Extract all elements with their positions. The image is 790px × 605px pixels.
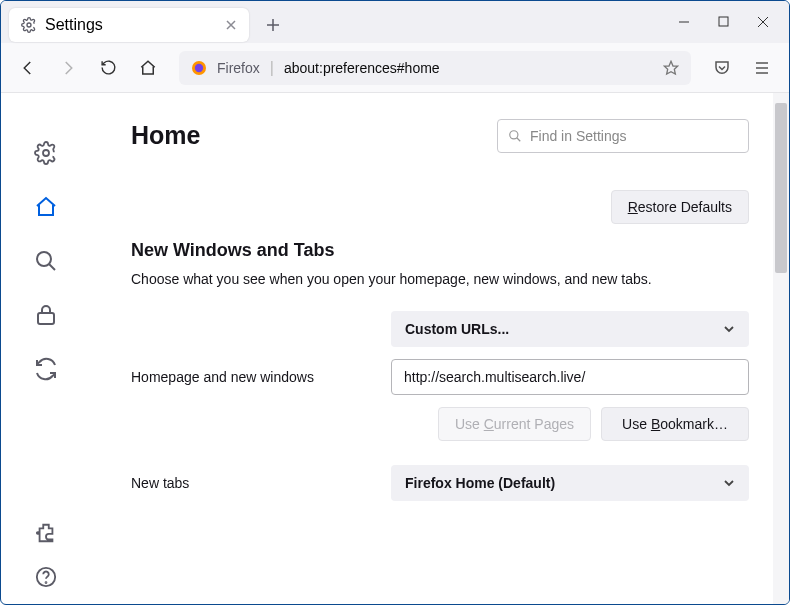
gear-icon [21, 17, 37, 33]
url-text: about:preferences#home [284, 60, 440, 76]
settings-search[interactable] [497, 119, 749, 153]
svg-point-0 [27, 23, 31, 27]
maximize-icon[interactable] [718, 16, 729, 28]
back-button[interactable] [11, 51, 45, 85]
svg-point-10 [510, 131, 518, 139]
section-description: Choose what you see when you open your h… [131, 271, 749, 287]
homepage-label: Homepage and new windows [131, 369, 391, 385]
svg-point-3 [195, 63, 203, 71]
settings-search-input[interactable] [530, 128, 738, 144]
pocket-button[interactable] [705, 51, 739, 85]
sidebar-item-general[interactable] [34, 141, 58, 165]
close-window-icon[interactable] [757, 16, 769, 28]
chevron-down-icon [723, 323, 735, 335]
svg-point-9 [46, 582, 47, 583]
vertical-scrollbar[interactable] [773, 93, 789, 604]
tab-title: Settings [45, 16, 103, 34]
tab-strip: Settings [1, 1, 789, 43]
select-value: Custom URLs... [405, 321, 509, 337]
sidebar-item-extensions[interactable] [35, 522, 57, 544]
sidebar-item-privacy[interactable] [34, 303, 58, 327]
chevron-down-icon [723, 477, 735, 489]
sidebar-item-help[interactable] [35, 566, 57, 588]
urlbar-separator: | [270, 59, 274, 77]
svg-point-6 [37, 252, 51, 266]
svg-point-5 [43, 150, 49, 156]
close-icon[interactable] [225, 19, 237, 31]
newtabs-mode-select[interactable]: Firefox Home (Default) [391, 465, 749, 501]
svg-rect-1 [719, 17, 728, 26]
firefox-icon [191, 60, 207, 76]
settings-sidebar [1, 93, 91, 604]
newtabs-label: New tabs [131, 475, 391, 491]
use-bookmark-button[interactable]: Use Bookmark… [601, 407, 749, 441]
homepage-mode-select[interactable]: Custom URLs... [391, 311, 749, 347]
sidebar-item-home[interactable] [34, 195, 58, 219]
homepage-url-input[interactable] [391, 359, 749, 395]
bookmark-star-icon[interactable] [663, 60, 679, 76]
use-current-pages-button[interactable]: Use Current Pages [438, 407, 591, 441]
select-value: Firefox Home (Default) [405, 475, 555, 491]
home-button[interactable] [131, 51, 165, 85]
identity-label: Firefox [217, 60, 260, 76]
settings-main: Home Restore Defaults New Windows and Ta… [91, 93, 789, 604]
forward-button[interactable] [51, 51, 85, 85]
section-title: New Windows and Tabs [131, 240, 749, 261]
url-bar[interactable]: Firefox | about:preferences#home [179, 51, 691, 85]
svg-marker-4 [664, 61, 677, 74]
reload-button[interactable] [91, 51, 125, 85]
new-tab-button[interactable] [257, 9, 289, 41]
nav-toolbar: Firefox | about:preferences#home [1, 43, 789, 93]
sidebar-item-sync[interactable] [34, 357, 58, 381]
search-icon [508, 129, 522, 143]
scrollbar-thumb[interactable] [775, 103, 787, 273]
content-area: Home Restore Defaults New Windows and Ta… [1, 93, 789, 604]
svg-rect-7 [38, 313, 54, 324]
app-menu-button[interactable] [745, 51, 779, 85]
sidebar-item-search[interactable] [34, 249, 58, 273]
restore-defaults-button[interactable]: Restore Defaults [611, 190, 749, 224]
tab-settings[interactable]: Settings [9, 8, 249, 42]
minimize-icon[interactable] [678, 16, 690, 28]
window-controls [678, 16, 781, 28]
